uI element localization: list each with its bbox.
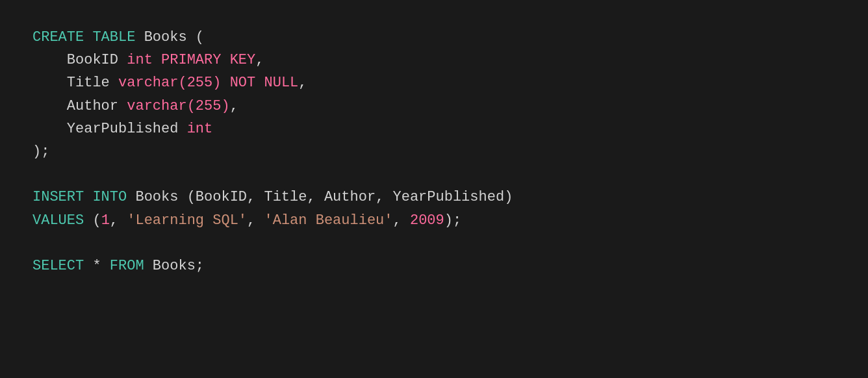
code-token: ( [84, 209, 101, 232]
code-line-line4: Author varchar(255), [32, 95, 836, 118]
code-token: * [84, 255, 110, 277]
code-token: , [230, 95, 238, 118]
code-token: int [127, 49, 153, 71]
code-token: 1 [101, 209, 110, 232]
code-token: CREATE [32, 26, 84, 49]
code-token: , [393, 209, 410, 232]
code-line-line1: CREATE TABLE Books ( [32, 26, 836, 49]
code-token [221, 71, 229, 94]
code-token: Title [32, 71, 118, 94]
code-token: FROM [110, 255, 144, 277]
code-line-blank2 [32, 232, 836, 255]
code-line-line5: YearPublished int [32, 118, 836, 140]
code-line-line2: BookID int PRIMARY KEY, [32, 49, 836, 71]
code-token [84, 26, 92, 49]
code-token: , [247, 209, 264, 232]
code-token: int [187, 118, 213, 140]
code-editor: CREATE TABLE Books ( BookID int PRIMARY … [0, 0, 868, 303]
code-token: KEY [230, 49, 256, 71]
code-token: , [298, 71, 307, 94]
code-line-line6: ); [32, 140, 836, 163]
code-token: BookID [32, 49, 127, 71]
code-line-blank1 [32, 163, 836, 186]
code-token [221, 49, 229, 71]
code-token: VALUES [32, 209, 84, 232]
code-token [153, 49, 161, 71]
code-token: PRIMARY [161, 49, 221, 71]
code-token: , [255, 49, 264, 71]
code-token: 'Alan Beaulieu' [264, 209, 392, 232]
code-token: INSERT [32, 186, 84, 208]
code-token: Author [32, 95, 127, 118]
code-token: varchar(255) [118, 71, 221, 94]
code-line-line7: INSERT INTO Books (BookID, Title, Author… [32, 186, 836, 208]
code-token: ); [32, 140, 49, 163]
code-token: 'Learning SQL' [127, 209, 247, 232]
code-token: ); [444, 209, 461, 232]
code-token: TABLE [92, 26, 135, 49]
code-token: Books (BookID, Title, Author, YearPublis… [127, 186, 513, 208]
code-token: YearPublished [32, 118, 187, 140]
code-line-line3: Title varchar(255) NOT NULL, [32, 71, 836, 94]
code-token: NULL [264, 71, 298, 94]
code-token: SELECT [32, 255, 84, 277]
code-token: Books; [144, 255, 204, 277]
code-token: INTO [92, 186, 127, 208]
code-token: NOT [230, 71, 256, 94]
code-token: Books ( [135, 26, 204, 49]
code-token [255, 71, 264, 94]
code-line-line9: SELECT * FROM Books; [32, 255, 836, 277]
code-token [84, 186, 92, 208]
code-token: , [110, 209, 127, 232]
code-line-line8: VALUES (1, 'Learning SQL', 'Alan Beaulie… [32, 209, 836, 232]
code-token: 2009 [410, 209, 444, 232]
code-token: varchar(255) [127, 95, 229, 118]
